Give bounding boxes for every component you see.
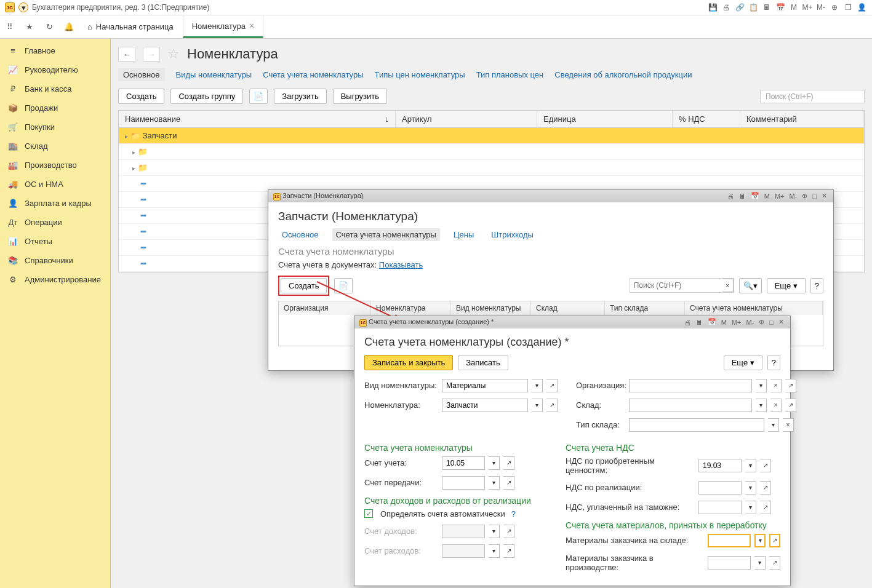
- sidebar-item-warehouse[interactable]: 🏬Склад: [0, 137, 110, 156]
- subtab-alcohol[interactable]: Сведения об алкогольной продукции: [554, 70, 692, 79]
- popup1-create-button[interactable]: Создать: [281, 278, 327, 293]
- dropdown-icon[interactable]: ▾: [745, 501, 756, 514]
- docs-link[interactable]: Показывать: [379, 260, 423, 269]
- wh-input[interactable]: [629, 399, 752, 412]
- window-icon[interactable]: ❐: [842, 2, 854, 13]
- create-group-button[interactable]: Создать группу: [170, 89, 243, 104]
- sidebar-item-bank[interactable]: ₽Банк и касса: [0, 79, 110, 98]
- sidebar-item-production[interactable]: 🏭Производство: [0, 156, 110, 175]
- popup2-titlebar[interactable]: 1C Счета учета номенклатуры (создание) *…: [354, 316, 790, 328]
- nom-input[interactable]: [442, 399, 528, 412]
- col-article[interactable]: Артикул: [396, 111, 537, 127]
- user-icon[interactable]: 👤: [856, 2, 867, 13]
- print-icon[interactable]: 🖨: [683, 319, 692, 326]
- col-unit[interactable]: Единица: [537, 111, 673, 127]
- subtab-main[interactable]: Основное: [118, 68, 165, 81]
- back-button[interactable]: ←: [118, 47, 135, 62]
- m-plus-icon[interactable]: M+: [802, 2, 813, 13]
- open-icon[interactable]: ↗: [760, 459, 771, 472]
- transfer-input[interactable]: [442, 476, 485, 490]
- popup1-titlebar[interactable]: 1C Запчасти (Номенклатура) 🖨 🖩 📅 M M+ M-…: [268, 190, 833, 202]
- vat-real-input[interactable]: [698, 481, 742, 495]
- dropdown-icon[interactable]: ▾: [18, 2, 28, 12]
- dropdown-icon[interactable]: ▾: [489, 456, 500, 470]
- calendar-icon[interactable]: 📅: [775, 2, 786, 13]
- save-close-button[interactable]: Записать и закрыть: [364, 355, 453, 370]
- clear-icon[interactable]: ×: [722, 279, 734, 292]
- clear-icon[interactable]: ×: [783, 418, 794, 432]
- subtab-planprice[interactable]: Тип плановых цен: [476, 70, 544, 79]
- tab-close-icon[interactable]: ×: [249, 21, 254, 31]
- sidebar-item-operations[interactable]: ДтОперации: [0, 213, 110, 232]
- open-icon[interactable]: ↗: [769, 556, 780, 570]
- mat-prod-input[interactable]: [708, 556, 751, 570]
- popup1-search-input[interactable]: [630, 279, 722, 292]
- favorite-icon[interactable]: ☆: [167, 46, 180, 62]
- search-button[interactable]: 🔍▾: [739, 278, 762, 293]
- clone-button[interactable]: 📄: [334, 278, 353, 293]
- open-icon[interactable]: ↗: [760, 501, 771, 514]
- unload-button[interactable]: Выгрузить: [333, 89, 387, 104]
- pop1-tab-main[interactable]: Основное: [278, 228, 322, 241]
- m-icon[interactable]: M: [788, 2, 799, 13]
- pop1-tab-accounts[interactable]: Счета учета номенклатуры: [332, 228, 440, 241]
- col-acc[interactable]: Счета учета номенклатуры: [685, 301, 823, 315]
- zoom-icon[interactable]: ⊕: [758, 318, 766, 326]
- m-icon[interactable]: M: [720, 319, 728, 326]
- star-icon[interactable]: ★: [23, 21, 36, 33]
- zoom-icon[interactable]: ⊕: [829, 2, 840, 13]
- open-icon[interactable]: ↗: [503, 456, 514, 470]
- close-icon[interactable]: ✕: [777, 318, 785, 326]
- clear-icon[interactable]: ×: [770, 399, 782, 412]
- sidebar-item-admin[interactable]: ⚙Администрирование: [0, 270, 110, 289]
- table-row[interactable]: ▸📁 Запчасти: [119, 128, 864, 144]
- tab-home[interactable]: ⌂ Начальная страница: [79, 15, 183, 38]
- maximize-icon[interactable]: □: [811, 193, 818, 200]
- history-icon[interactable]: ↻: [43, 21, 55, 33]
- more-button[interactable]: Еще ▾: [767, 278, 806, 293]
- m-minus-icon[interactable]: M-: [745, 319, 756, 326]
- maximize-icon[interactable]: □: [768, 319, 775, 326]
- col-wh[interactable]: Склад: [531, 301, 605, 315]
- clone-button[interactable]: 📄: [249, 89, 268, 104]
- clear-icon[interactable]: ×: [770, 379, 782, 392]
- calc-icon[interactable]: 🖩: [738, 193, 747, 200]
- calc-icon[interactable]: 🖩: [761, 2, 772, 13]
- sidebar-item-catalogs[interactable]: 📚Справочники: [0, 251, 110, 270]
- close-icon[interactable]: ✕: [820, 192, 828, 200]
- open-icon[interactable]: ↗: [546, 399, 558, 412]
- open-icon[interactable]: ↗: [546, 379, 558, 392]
- col-kind[interactable]: Вид номенклатуры: [451, 301, 531, 315]
- apps-icon[interactable]: ⠿: [4, 21, 16, 33]
- sidebar-item-salary[interactable]: 👤Зарплата и кадры: [0, 194, 110, 213]
- help-icon[interactable]: ?: [511, 509, 516, 518]
- sidebar-item-manager[interactable]: 📈Руководителю: [0, 60, 110, 79]
- col-nom[interactable]: Номенклатура: [371, 301, 451, 315]
- col-whtype[interactable]: Тип склада: [605, 301, 685, 315]
- sidebar-item-main[interactable]: ≡Главное: [0, 41, 110, 60]
- pop1-tab-barcodes[interactable]: Штрихкоды: [487, 228, 537, 241]
- auto-checkbox[interactable]: ✓: [364, 509, 373, 518]
- subtab-accounts[interactable]: Счета учета номенклатуры: [263, 70, 363, 79]
- whtype-input[interactable]: [629, 418, 764, 432]
- open-icon[interactable]: ↗: [503, 476, 514, 490]
- dropdown-icon[interactable]: ▾: [754, 534, 766, 547]
- calendar-icon[interactable]: 📅: [706, 318, 718, 326]
- vat-cust-input[interactable]: [698, 501, 742, 514]
- dropdown-icon[interactable]: ▾: [532, 379, 543, 392]
- table-row[interactable]: ▸📁: [119, 144, 864, 160]
- dropdown-icon[interactable]: ▾: [754, 556, 766, 570]
- calendar-icon[interactable]: 📅: [750, 192, 761, 200]
- zoom-icon[interactable]: ⊕: [801, 192, 809, 200]
- more-button[interactable]: Еще ▾: [724, 355, 762, 370]
- m-icon[interactable]: M: [763, 193, 771, 200]
- save-icon[interactable]: 💾: [707, 2, 718, 13]
- open-icon[interactable]: ↗: [785, 399, 796, 412]
- acc-input[interactable]: [442, 456, 485, 470]
- m-minus-icon[interactable]: M-: [815, 2, 826, 13]
- dropdown-icon[interactable]: ▾: [756, 399, 767, 412]
- open-icon[interactable]: ↗: [760, 481, 771, 495]
- calc-icon[interactable]: 🖩: [695, 319, 704, 326]
- open-icon[interactable]: ↗: [785, 379, 796, 392]
- dropdown-icon[interactable]: ▾: [745, 481, 756, 495]
